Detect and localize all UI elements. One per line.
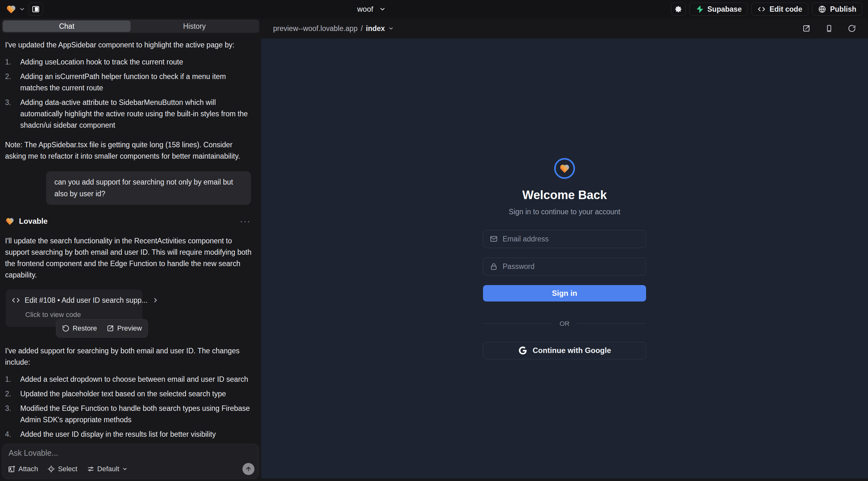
assistant-numbered-list: 1. Adding useLocation hook to track the … (5, 56, 255, 131)
attach-button[interactable]: Attach (8, 465, 38, 473)
list-item: 2. Updated the placeholder text based on… (5, 388, 255, 399)
lovable-heart-icon (6, 4, 17, 14)
chat-history-tabs: Chat History (2, 20, 259, 33)
sliders-icon (87, 465, 94, 473)
image-plus-icon (8, 465, 16, 473)
tab-history[interactable]: History (130, 21, 258, 32)
open-in-new-tab-button[interactable] (802, 24, 810, 33)
preview-button[interactable]: Preview (106, 323, 142, 334)
chat-panel: Chat History I've updated the AppSidebar… (0, 18, 261, 481)
external-link-icon (106, 325, 114, 332)
send-button[interactable] (243, 463, 254, 475)
mode-selector[interactable]: Default (87, 465, 128, 473)
target-icon (48, 465, 55, 473)
assistant-name: Lovable (19, 216, 48, 227)
chat-messages[interactable]: I've updated the AppSidebar component to… (2, 33, 259, 441)
preview-url: preview--woof.lovable.app (273, 24, 358, 33)
gear-icon (674, 5, 682, 13)
supabase-button[interactable]: Supabase (689, 3, 748, 16)
assistant-paragraph: I'll update the search functionality in … (5, 235, 255, 281)
list-item: 2. Adding an isCurrentPath helper functi… (5, 71, 255, 94)
restore-icon (62, 325, 69, 332)
preview-page-name: index (366, 24, 385, 33)
password-field[interactable]: Password (483, 258, 646, 276)
or-label: OR (559, 320, 569, 327)
lovable-heart-icon (5, 217, 14, 226)
restore-button[interactable]: Restore (62, 323, 97, 334)
page-title: Welcome Back (522, 188, 607, 202)
edit-code-button[interactable]: Edit code (751, 3, 808, 16)
publish-label: Publish (830, 5, 856, 13)
assistant-paragraph: I've updated the AppSidebar component to… (5, 39, 255, 51)
select-element-button[interactable]: Select (48, 465, 77, 473)
code-icon (11, 296, 20, 304)
publish-button[interactable]: Publish (812, 3, 862, 16)
mail-icon (490, 235, 498, 243)
signin-card: Welcome Back Sign in to continue to your… (483, 158, 646, 359)
preview-iframe: Welcome Back Sign in to continue to your… (261, 38, 868, 478)
list-item: 1. Added a select dropdown to choose bet… (5, 374, 255, 385)
edit-card-actions: Restore Preview (56, 319, 148, 338)
lovable-logo-menu[interactable] (6, 4, 25, 14)
project-name: woof (357, 5, 373, 13)
continue-with-google-button[interactable]: Continue with Google (483, 342, 646, 359)
globe-icon (818, 5, 826, 13)
chat-composer: Attach Select Default (2, 444, 259, 479)
app-logo (554, 158, 575, 179)
url-separator: / (361, 24, 363, 33)
settings-button[interactable] (671, 3, 686, 16)
code-icon (757, 5, 766, 13)
chevron-down-icon (379, 6, 386, 13)
sign-in-button[interactable]: Sign in (483, 285, 646, 301)
edit-card-subtitle: Click to view code (25, 309, 136, 320)
password-placeholder: Password (503, 262, 534, 271)
toggle-sidebar-button[interactable] (28, 3, 43, 16)
assistant-header: Lovable ··· (5, 216, 255, 227)
assistant-numbered-list: 1. Added a select dropdown to choose bet… (5, 374, 255, 440)
heart-icon (559, 163, 570, 174)
supabase-label: Supabase (707, 5, 742, 13)
assistant-paragraph: I've added support for searching by both… (5, 345, 255, 368)
list-item: 3. Modified the Edge Function to handle … (5, 403, 255, 425)
more-options-icon[interactable]: ··· (240, 216, 251, 227)
project-switcher[interactable]: woof (357, 0, 386, 18)
arrow-up-icon (245, 466, 252, 472)
list-item: 1. Adding useLocation hook to track the … (5, 56, 255, 68)
chevron-down-icon (122, 466, 128, 472)
lock-icon (490, 262, 498, 270)
email-field[interactable]: Email address (483, 230, 646, 248)
chat-input[interactable] (8, 448, 253, 458)
list-item: 4. Added the user ID display in the resu… (5, 428, 255, 440)
preview-header: preview--woof.lovable.app / index (261, 18, 868, 38)
refresh-button[interactable] (848, 24, 856, 33)
preview-panel: preview--woof.lovable.app / index (261, 18, 868, 481)
chevron-down-icon (19, 6, 25, 12)
user-message-bubble: can you add support for searching not on… (46, 171, 251, 205)
supabase-icon (695, 5, 704, 13)
google-icon (518, 346, 528, 355)
assistant-note: Note: The AppSidebar.tsx file is getting… (5, 139, 255, 162)
list-item: 3. Adding data-active attribute to Sideb… (5, 97, 255, 131)
preview-url-breadcrumb[interactable]: preview--woof.lovable.app / index (273, 24, 394, 33)
panel-left-icon (32, 5, 40, 13)
user-message-text: can you add support for searching not on… (54, 178, 233, 198)
page-subtitle: Sign in to continue to your account (509, 207, 620, 216)
email-placeholder: Email address (503, 235, 549, 243)
edit-code-label: Edit code (769, 5, 802, 13)
topbar: woof Supabase Edit code Publish (0, 0, 868, 18)
chevron-down-icon (388, 26, 394, 31)
or-divider: OR (483, 320, 646, 327)
edit-card-wrap: Edit #108 • Add user ID search supp... C… (6, 289, 142, 327)
mobile-view-button[interactable] (825, 24, 833, 33)
edit-card-title: Edit #108 • Add user ID search supp... (25, 294, 148, 306)
tab-chat[interactable]: Chat (3, 21, 130, 32)
chevron-right-icon (152, 297, 159, 304)
